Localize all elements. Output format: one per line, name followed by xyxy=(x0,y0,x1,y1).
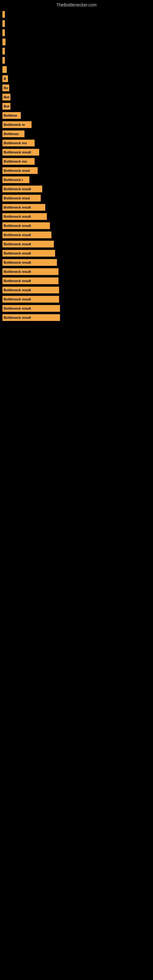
bar-item: Bottleneck result xyxy=(2,277,59,284)
bar-item: Bottleneck re xyxy=(2,121,32,128)
bar-row xyxy=(0,65,153,74)
bar-row: Bottleneck result xyxy=(0,313,153,322)
bar-label: Bot xyxy=(4,95,9,99)
bar-row: Bottleneck re xyxy=(0,120,153,129)
bar-item: Bot xyxy=(2,103,10,110)
bar-item: Bo xyxy=(2,84,9,91)
bar-row: Bottleneck result xyxy=(0,304,153,313)
bar-label: Bottleneck result xyxy=(4,270,31,274)
bar-item: Bottleneck result xyxy=(2,213,47,220)
bar-row: Bottleneck result xyxy=(0,267,153,276)
bar-item: Bottleneck result xyxy=(2,268,59,275)
bar-item: Bottleneck result xyxy=(2,286,59,293)
bar-item: Bottleneck resul xyxy=(2,195,41,202)
bar-item: Bottleneck result xyxy=(2,222,50,229)
bar-item: Bottleneck result xyxy=(2,250,55,257)
bar-label: Bottleneck result xyxy=(4,288,31,292)
bar-row: Bottleneck res xyxy=(0,157,153,166)
bar-label: Bot xyxy=(4,105,9,108)
bar-item: Bottlenec xyxy=(2,130,24,137)
bar-label: Bottleneck result xyxy=(4,279,31,283)
bar-row: Bottleneck result xyxy=(0,240,153,249)
bar-row: Bottleneck result xyxy=(0,148,153,157)
bar-row: Bottleneck result xyxy=(0,203,153,212)
bar-row: Bottleneck result xyxy=(0,230,153,240)
bar-row: Bottleneck resul xyxy=(0,166,153,175)
bar-label: Bottleneck result xyxy=(4,251,31,255)
bar-item: Bottleneck result xyxy=(2,296,59,302)
bar-label: Bottleneck result xyxy=(4,187,31,191)
bar-row: Bottleneck result xyxy=(0,294,153,304)
bar-row xyxy=(0,10,153,19)
bar-item: Bottleneck result xyxy=(2,232,51,238)
bar-row xyxy=(0,37,153,46)
bar-item xyxy=(2,57,5,64)
bar-item: Bottleneck result xyxy=(2,186,42,192)
bar-row: Bot xyxy=(0,102,153,111)
bar-item xyxy=(2,38,5,45)
bar-row: Bottleneck result xyxy=(0,258,153,267)
bar-row: Bottleneck res xyxy=(0,138,153,148)
bar-item xyxy=(2,20,5,27)
bar-item: Bottleneck result xyxy=(2,259,57,266)
bar-row: B xyxy=(0,74,153,83)
bar-item: Bottleneck result xyxy=(2,204,45,211)
bar-label: Bottleneck result xyxy=(4,150,31,154)
bar-row: Bottleneck result xyxy=(0,276,153,285)
bar-item: Bottleneck res xyxy=(2,158,35,165)
bar-item: B xyxy=(2,75,8,82)
bar-label: Bo xyxy=(4,86,8,90)
bar-label: Bottleneck res xyxy=(4,159,27,163)
bar-item: Bottleneck result xyxy=(2,314,60,321)
bar-label: Bottleneck r xyxy=(4,178,23,181)
bar-item xyxy=(2,29,5,36)
bar-item: Bottleneck r xyxy=(2,177,29,183)
bar-row: Bottleneck r xyxy=(0,175,153,185)
bar-row: Bot xyxy=(0,92,153,102)
bar-label: Bottleneck result xyxy=(4,316,31,320)
bar-row: Bottlenec xyxy=(0,129,153,138)
bar-row xyxy=(0,19,153,28)
bar-row xyxy=(0,56,153,65)
bar-row: Bottleneck result xyxy=(0,285,153,294)
bar-item xyxy=(2,11,5,18)
bar-label: Bottleneck re xyxy=(4,123,25,126)
bar-label: Bottleneck result xyxy=(4,307,31,310)
bar-row: Bottleneck resul xyxy=(0,194,153,203)
site-title-container: TheBottlenecker.com xyxy=(0,0,153,10)
bar-label: Bottleneck result xyxy=(4,224,31,228)
bar-label: Bottleneck result xyxy=(4,261,31,264)
bar-item: Bottleneck result xyxy=(2,305,60,312)
bar-row: Bottleneck result xyxy=(0,249,153,258)
bar-item: Bot xyxy=(2,94,10,100)
bar-item xyxy=(2,66,7,73)
bar-label: Bottlenec xyxy=(4,132,19,136)
site-title: TheBottlenecker.com xyxy=(0,0,153,10)
bar-label: Bottleneck result xyxy=(4,298,31,301)
bar-row xyxy=(0,28,153,37)
bar-label: Bottleneck result xyxy=(4,233,31,237)
bar-label: Bottleneck result xyxy=(4,215,31,218)
bar-row: Bottleneck result xyxy=(0,212,153,221)
bar-label: Bottleneck result xyxy=(4,242,31,246)
bar-item: Bottlene xyxy=(2,112,21,119)
bar-row: Bottleneck result xyxy=(0,185,153,194)
bar-item: Bottleneck result xyxy=(2,241,54,247)
bar-label: Bottleneck res xyxy=(4,141,27,145)
bar-label: Bottleneck resul xyxy=(4,169,30,172)
bar-label: Bottleneck result xyxy=(4,205,31,209)
bar-row xyxy=(0,46,153,56)
bars-container: BBoBotBotBottleneBottleneck reBottlenecB… xyxy=(0,10,153,322)
bar-row: Bottlene xyxy=(0,111,153,120)
bar-label: B xyxy=(4,77,6,81)
bar-row: Bo xyxy=(0,83,153,92)
bar-item xyxy=(2,48,5,54)
bar-row: Bottleneck result xyxy=(0,221,153,230)
bar-item: Bottleneck result xyxy=(2,149,39,156)
bar-label: Bottlene xyxy=(4,114,17,117)
bar-item: Bottleneck resul xyxy=(2,167,38,174)
bar-item: Bottleneck res xyxy=(2,140,35,146)
bar-label: Bottleneck resul xyxy=(4,196,30,200)
